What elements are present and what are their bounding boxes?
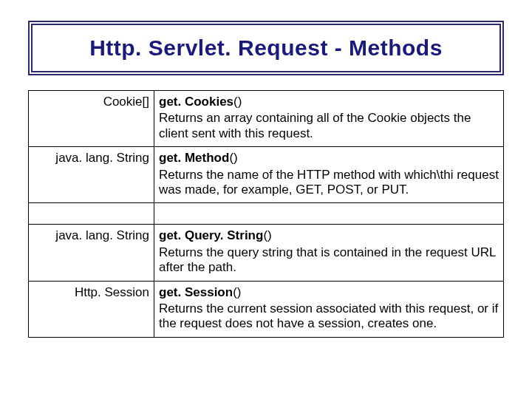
method-name: get. Method: [159, 151, 229, 165]
method-desc: Returns the current session associated w…: [159, 301, 499, 332]
method-name: get. Session: [159, 285, 233, 299]
table-row: java. lang. String get. Query. String() …: [29, 225, 504, 281]
return-type: java. lang. String: [29, 147, 154, 203]
method-name: get. Cookies: [159, 95, 233, 109]
method-name: get. Query. String: [159, 228, 263, 242]
method-cell: get. Cookies() Returns an array containi…: [154, 91, 504, 147]
method-cell: get. Session() Returns the current sessi…: [154, 281, 504, 337]
method-cell: get. Method() Returns the name of the HT…: [154, 147, 504, 203]
methods-table: Cookie[] get. Cookies() Returns an array…: [28, 90, 504, 338]
method-desc: Returns the name of the HTTP method with…: [159, 168, 499, 198]
method-desc: Returns the query string that is contain…: [159, 245, 499, 276]
table-row: java. lang. String get. Method() Returns…: [29, 147, 504, 203]
spacer-row: [29, 203, 504, 225]
table-row: Http. Session get. Session() Returns the…: [29, 281, 504, 337]
title-box: Http. Servlet. Request - Methods: [28, 21, 504, 75]
method-cell: get. Query. String() Returns the query s…: [154, 225, 504, 281]
table-row: Cookie[] get. Cookies() Returns an array…: [29, 91, 504, 147]
return-type: Http. Session: [29, 281, 154, 337]
return-type: java. lang. String: [29, 225, 154, 281]
return-type: Cookie[]: [29, 91, 154, 147]
method-desc: Returns an array containing all of the C…: [159, 111, 499, 141]
page-title: Http. Servlet. Request - Methods: [40, 35, 492, 61]
